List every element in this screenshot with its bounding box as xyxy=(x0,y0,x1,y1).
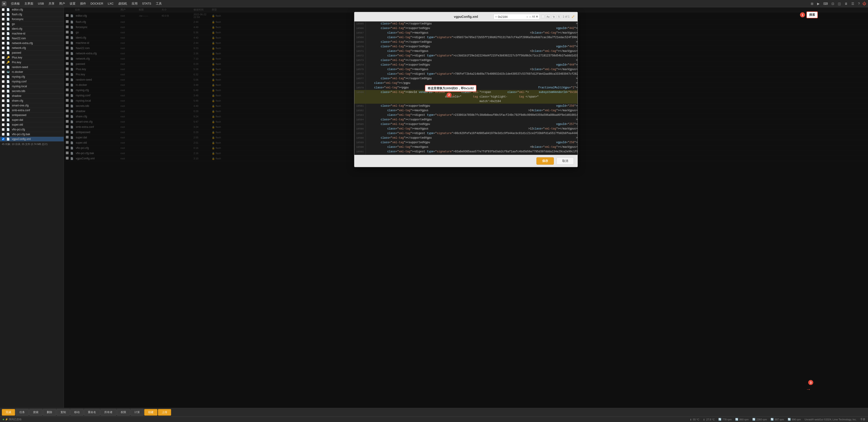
menu-dashboard[interactable]: 仪表板 xyxy=(9,1,22,7)
copy-button[interactable]: 复制 xyxy=(57,409,70,416)
file-list-item[interactable]: 📄 super.old xyxy=(0,122,64,127)
file-checkbox[interactable] xyxy=(2,8,5,11)
file-checkbox[interactable] xyxy=(2,32,5,35)
file-checkbox[interactable] xyxy=(2,94,5,97)
file-list-item[interactable]: 📄 random-seed xyxy=(0,65,64,69)
line-content[interactable]: class="xml-tag"></supportedVgpu xyxy=(366,117,576,122)
special-s-option[interactable]: S xyxy=(557,15,561,19)
expand-button[interactable]: ⤢ xyxy=(571,14,575,19)
task-button[interactable]: 任务 xyxy=(16,409,29,416)
line-content[interactable]: class="xml-tag"><digest xyxy=(366,53,427,58)
file-list-item[interactable]: 📄 smbpasswd xyxy=(0,113,64,118)
file-checkbox[interactable] xyxy=(2,133,5,136)
line-content[interactable]: class="xml-tag"><maxVgpus xyxy=(366,49,530,53)
file-list-item[interactable]: 🔑 Plus.key xyxy=(0,55,64,60)
file-checkbox[interactable] xyxy=(2,47,5,49)
line-content[interactable]: class="xml-tag"><supportedVgpu xyxy=(366,122,556,126)
file-checkbox[interactable] xyxy=(2,128,5,131)
code-editor[interactable]: 18565 class="xml-tag"></supportedVgpu> 1… xyxy=(354,22,578,155)
file-list-item[interactable]: 📄 editor.cfg xyxy=(0,7,64,12)
search-close-button[interactable]: × xyxy=(536,15,538,19)
power-icon[interactable]: ⏻ xyxy=(863,2,866,6)
line-content[interactable]: class="xml-tag"><digest xyxy=(366,72,427,76)
file-list-item[interactable]: 📄 smb-extra.conf xyxy=(0,108,64,113)
line-content[interactable]: class="xml-tag"><digest xyxy=(366,35,427,40)
file-checkbox[interactable] xyxy=(2,37,5,40)
file-checkbox[interactable] xyxy=(2,90,5,92)
file-checkbox[interactable] xyxy=(2,23,5,25)
terminal-icon[interactable]: ⌨ xyxy=(823,1,829,6)
menu-tools[interactable]: 工具 xyxy=(154,1,164,7)
menu-main[interactable]: 主界面 xyxy=(22,1,36,7)
file-checkbox[interactable] xyxy=(2,51,5,54)
line-content[interactable]: class="xml-tag"><maxVgpus xyxy=(366,31,530,35)
file-list-item[interactable]: 📄 vfio-pci.cfg xyxy=(0,127,64,132)
file-checkbox[interactable] xyxy=(2,85,5,88)
done-button[interactable]: 完成 xyxy=(2,409,15,416)
menu-docker[interactable]: DOCKER xyxy=(88,1,106,6)
line-content[interactable]: class="xml-tag"><maxVgpus xyxy=(366,126,528,131)
file-checkbox[interactable] xyxy=(2,66,5,68)
menu-vms[interactable]: 虚拟机 xyxy=(116,1,129,7)
modal-search-input[interactable] xyxy=(498,15,525,19)
search-next-button[interactable]: › xyxy=(529,15,531,19)
file-checkbox[interactable] xyxy=(2,75,5,78)
window2-icon[interactable]: ◫ xyxy=(837,1,842,6)
file-list-item[interactable]: 📄 rsyslog.local xyxy=(0,84,64,89)
file-checkbox[interactable] xyxy=(2,114,5,116)
line-content[interactable]: class="xml-tag"><maxVgpus xyxy=(366,67,530,72)
line-content[interactable]: class="xml-tag"><supportedVgpu xyxy=(366,104,556,108)
menu-plugins[interactable]: 插件 xyxy=(78,1,88,7)
file-checkbox[interactable] xyxy=(2,80,5,83)
file-list-item[interactable]: 📄 forcesync xyxy=(0,17,64,22)
upload-button[interactable]: 上传 xyxy=(158,409,171,416)
file-list-item[interactable]: 📄 network-extra.cfg xyxy=(0,41,64,46)
bookmark-icon[interactable]: ▶ xyxy=(816,1,820,6)
file-list-item[interactable]: 📄 shadow xyxy=(0,94,64,99)
line-content[interactable]: class="xml-tag"><devId xyxy=(366,90,419,94)
menu-share[interactable]: 共享 xyxy=(46,1,57,7)
file-checkbox[interactable] xyxy=(2,27,5,30)
file-checkbox[interactable] xyxy=(2,13,5,16)
file-list-item[interactable]: 📄 vfio-pci.cfg.bak xyxy=(0,132,64,137)
case-aa-option[interactable]: Aa xyxy=(545,15,551,19)
file-list-item[interactable]: 📄 machine-id xyxy=(0,31,64,36)
file-checkbox[interactable] xyxy=(2,42,5,45)
file-checkbox[interactable] xyxy=(2,61,5,64)
monitor-icon[interactable]: 🖥 xyxy=(844,1,848,6)
window-icon[interactable]: ⊡ xyxy=(831,1,835,6)
file-checkbox[interactable] xyxy=(2,71,5,73)
line-content[interactable]: class="xml-tag"><digest xyxy=(366,149,427,154)
file-list-item[interactable]: 📄 super.dat xyxy=(0,118,64,122)
file-list-item[interactable]: 📄 smart-one.cfg xyxy=(0,103,64,108)
line-content[interactable]: class="xml-tag"><supportedVgpu xyxy=(366,62,556,67)
file-checkbox[interactable] xyxy=(2,99,5,102)
file-list-item[interactable]: 📄 flash.cfg xyxy=(0,12,64,17)
menu-lxc[interactable]: LXC xyxy=(105,1,116,6)
file-list-item[interactable]: 🔑 Pro.key xyxy=(0,60,64,65)
word-boundary-option[interactable]: \b xyxy=(552,15,556,19)
file-checkbox[interactable] xyxy=(2,123,5,126)
move-button[interactable]: 移动 xyxy=(70,409,84,416)
line-content[interactable]: class="xml-tag"><supportedVgpu xyxy=(366,26,556,31)
search-prev-button[interactable]: ‹ xyxy=(526,15,528,19)
menu-settings[interactable]: 设置 xyxy=(67,1,78,7)
file-list-item[interactable]: 📄 ident.cfg xyxy=(0,27,64,31)
line-content[interactable]: class="xml-tag"><pgpu xyxy=(366,85,538,90)
file-checkbox[interactable] xyxy=(2,109,5,112)
line-content[interactable]: class="xml-tag"></supportedVgpu xyxy=(366,76,576,81)
help-icon[interactable]: ? xyxy=(857,1,861,6)
file-list-item[interactable]: 📄 go xyxy=(0,22,64,27)
permissions-button[interactable]: 权限 xyxy=(117,409,130,416)
line-content[interactable]: class="xml-tag"><maxVgpus xyxy=(366,145,530,149)
save-button[interactable]: 保存 xyxy=(536,157,554,165)
line-content[interactable]: class="xml-tag"><digest xyxy=(366,113,427,117)
menu-users[interactable]: 用户 xyxy=(57,1,67,7)
search-toolbar-button[interactable]: 搜索 xyxy=(29,409,42,416)
file-list-item[interactable]: 📄 Navi22.rom xyxy=(0,36,64,41)
file-list-item[interactable]: 📄 rsyslog.cfg xyxy=(0,75,64,79)
owner-button[interactable]: 所有者 xyxy=(100,409,116,416)
file-list-item[interactable]: 📄 passwd xyxy=(0,51,64,55)
file-checkbox[interactable] xyxy=(2,56,5,59)
line-content[interactable]: class="xml-tag"></supportedVgpu xyxy=(366,58,576,62)
